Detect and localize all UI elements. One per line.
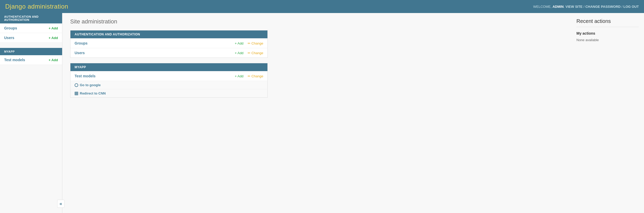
box-icon bbox=[75, 92, 78, 95]
tool-row-cnn: Redirect to CNN bbox=[70, 89, 267, 97]
my-actions-title: My actions bbox=[576, 31, 639, 35]
site-title: Django administration bbox=[5, 3, 68, 10]
module-groups-add[interactable]: + Add bbox=[235, 41, 244, 45]
recent-actions-title: Recent actions bbox=[576, 18, 639, 27]
module-testmodels-actions: + Add ✏ Change bbox=[235, 74, 263, 78]
module-testmodels-add[interactable]: + Add bbox=[235, 74, 244, 78]
module-users-link[interactable]: Users bbox=[75, 51, 85, 55]
change-password-link[interactable]: CHANGE PASSWORD bbox=[585, 5, 621, 9]
module-auth-title: AUTHENTICATION AND AUTHORIZATION bbox=[70, 30, 267, 38]
sidebar-users-add[interactable]: + Add bbox=[49, 36, 58, 40]
view-site-link[interactable]: VIEW SITE bbox=[566, 5, 583, 9]
module-myapp-title: MYAPP bbox=[70, 63, 267, 71]
link-circle-icon bbox=[75, 83, 78, 87]
sidebar-spacer-1 bbox=[0, 43, 62, 48]
sidebar-groups-row: Groups + Add bbox=[0, 23, 62, 33]
sidebar-groups-link[interactable]: Groups bbox=[4, 26, 17, 30]
user-tools: WELCOME, ADMIN. VIEW SITE / CHANGE PASSW… bbox=[533, 5, 639, 9]
sidebar-section-auth-title: AUTHENTICATION AND AUTHORIZATION bbox=[0, 13, 62, 23]
username: ADMIN bbox=[553, 5, 564, 9]
sidebar-testmodels-row: Test models + Add bbox=[0, 55, 62, 65]
none-available-text: None available bbox=[576, 38, 639, 42]
sidebar-testmodels-add[interactable]: + Add bbox=[49, 58, 58, 62]
redirect-cnn-link[interactable]: Redirect to CNN bbox=[75, 91, 263, 95]
module-users-actions: + Add ✏ Change bbox=[235, 51, 263, 55]
module-groups-link[interactable]: Groups bbox=[75, 41, 88, 45]
module-groups-actions: + Add ✏ Change bbox=[235, 41, 263, 45]
welcome-text: WELCOME, bbox=[533, 5, 553, 9]
goto-google-link[interactable]: Go to google bbox=[75, 83, 263, 87]
sidebar-section-myapp-title: MYAPP bbox=[0, 48, 62, 55]
nav-toggle[interactable]: « bbox=[57, 200, 64, 208]
module-groups-row: Groups + Add ✏ Change bbox=[70, 38, 267, 48]
header: Django administration WELCOME, ADMIN. VI… bbox=[0, 0, 644, 13]
main-content: Site administration AUTHENTICATION AND A… bbox=[62, 13, 571, 213]
module-myapp: MYAPP Test models + Add ✏ Change Go to g… bbox=[70, 63, 268, 98]
module-testmodels-change[interactable]: ✏ Change bbox=[248, 74, 263, 78]
module-users-change[interactable]: ✏ Change bbox=[248, 51, 263, 55]
recent-actions-panel: Recent actions My actions None available bbox=[571, 13, 644, 213]
nav-sidebar: AUTHENTICATION AND AUTHORIZATION Groups … bbox=[0, 13, 62, 213]
module-groups-change[interactable]: ✏ Change bbox=[248, 41, 263, 45]
module-testmodels-row: Test models + Add ✏ Change bbox=[70, 71, 267, 81]
module-users-add[interactable]: + Add bbox=[235, 51, 244, 55]
container: AUTHENTICATION AND AUTHORIZATION Groups … bbox=[0, 13, 644, 213]
sidebar-testmodels-link[interactable]: Test models bbox=[4, 58, 25, 62]
sidebar-users-row: Users + Add bbox=[0, 33, 62, 43]
sidebar-users-link[interactable]: Users bbox=[4, 36, 14, 40]
log-out-link[interactable]: LOG OUT bbox=[623, 5, 639, 9]
module-testmodels-link[interactable]: Test models bbox=[75, 74, 96, 78]
sidebar-groups-add[interactable]: + Add bbox=[49, 26, 58, 30]
page-title: Site administration bbox=[70, 18, 563, 25]
module-users-row: Users + Add ✏ Change bbox=[70, 48, 267, 58]
tool-row-google: Go to google bbox=[70, 81, 267, 89]
module-auth: AUTHENTICATION AND AUTHORIZATION Groups … bbox=[70, 30, 268, 58]
